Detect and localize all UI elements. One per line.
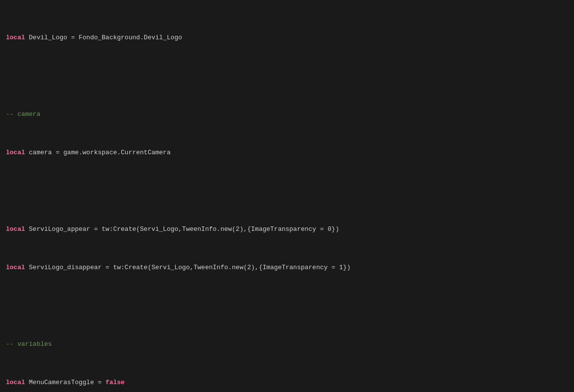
line-5 bbox=[0, 186, 574, 196]
line-9: -- variables bbox=[0, 339, 574, 349]
line-1: local Devil_Logo = Fondo_Background.Devi… bbox=[0, 33, 574, 43]
line-10: local MenuCamerasToggle = false bbox=[0, 378, 574, 388]
line-4: local camera = game.workspace.CurrentCam… bbox=[0, 148, 574, 158]
line-7: local ServiLogo_disappear = tw:Create(Se… bbox=[0, 263, 574, 273]
line-8 bbox=[0, 301, 574, 311]
line-6: local ServiLogo_appear = tw:Create(Servi… bbox=[0, 224, 574, 234]
line-3: -- camera bbox=[0, 110, 574, 119]
line-2 bbox=[0, 71, 574, 81]
code-editor: local Devil_Logo = Fondo_Background.Devi… bbox=[0, 0, 574, 392]
